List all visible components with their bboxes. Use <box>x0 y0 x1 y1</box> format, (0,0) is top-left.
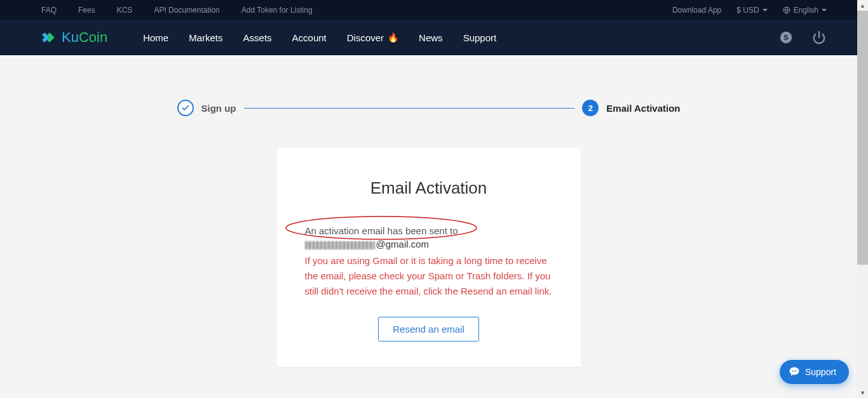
fire-icon: 🔥 <box>388 32 398 43</box>
nav-item-assets[interactable]: Assets <box>243 32 272 43</box>
topbar-link-api[interactable]: API Documentation <box>154 6 219 15</box>
download-app-link[interactable]: Download App <box>672 6 721 15</box>
chat-icon <box>789 366 800 378</box>
top-bar-links: FAQ Fees KCS API Documentation Add Token… <box>41 6 313 15</box>
currency-label: $ USD <box>736 6 759 15</box>
nav-bar: KuCoin Home Markets Assets Account Disco… <box>0 20 868 55</box>
nav-item-discover-label: Discover <box>347 32 384 43</box>
nav-item-news[interactable]: News <box>419 32 443 43</box>
activation-card: Email Activation An activation email has… <box>277 148 581 367</box>
nav-right: S <box>778 30 827 45</box>
step-signup-circle <box>177 100 194 116</box>
step-signup: Sign up <box>177 100 236 116</box>
top-bar-right: Download App $ USD English <box>672 6 827 15</box>
nav-item-discover[interactable]: Discover 🔥 <box>347 32 398 43</box>
step-line <box>244 108 575 109</box>
language-label: English <box>794 6 818 15</box>
warning-text: If you are using Gmail or it is taking a… <box>305 253 553 299</box>
step-activation-circle: 2 <box>582 100 599 116</box>
scrollbar-arrow-down-icon[interactable]: ▼ <box>857 387 868 398</box>
topbar-link-kcs[interactable]: KCS <box>117 6 133 15</box>
globe-icon <box>783 6 790 14</box>
power-icon-button[interactable] <box>811 30 827 45</box>
coin-icon-button[interactable]: S <box>778 30 794 45</box>
step-signup-label: Sign up <box>201 103 236 114</box>
logo[interactable]: KuCoin <box>41 29 107 46</box>
nav-item-account[interactable]: Account <box>292 32 327 43</box>
support-fab-label: Support <box>805 367 836 377</box>
coin-icon: S <box>779 30 793 44</box>
nav-item-home[interactable]: Home <box>143 32 168 43</box>
svg-point-7 <box>794 371 795 372</box>
svg-text:S: S <box>783 34 788 41</box>
logo-icon <box>41 29 58 46</box>
logo-coin: Coin <box>79 29 107 45</box>
content: Sign up 2 Email Activation Email Activat… <box>0 55 857 398</box>
svg-point-1 <box>51 36 53 39</box>
svg-point-6 <box>792 371 793 372</box>
power-icon <box>812 30 826 44</box>
support-fab[interactable]: Support <box>780 360 849 384</box>
chevron-down-icon <box>763 9 768 11</box>
scrollbar-thumb[interactable] <box>857 11 868 265</box>
language-selector[interactable]: English <box>783 6 827 15</box>
email-domain: @gmail.com <box>376 239 430 249</box>
nav-item-markets[interactable]: Markets <box>189 32 222 43</box>
step-activation: 2 Email Activation <box>582 100 680 116</box>
step-activation-label: Email Activation <box>606 103 680 114</box>
steps: Sign up 2 Email Activation <box>177 100 681 116</box>
topbar-link-faq[interactable]: FAQ <box>41 6 57 15</box>
svg-point-8 <box>796 371 797 372</box>
top-bar: FAQ Fees KCS API Documentation Add Token… <box>0 0 868 20</box>
currency-selector[interactable]: $ USD <box>736 6 767 15</box>
topbar-link-fees[interactable]: Fees <box>78 6 95 15</box>
logo-ku: Ku <box>62 29 79 45</box>
email-block: An activation email has been sent to @gm… <box>305 223 553 249</box>
resend-wrap: Resend an email <box>305 317 553 342</box>
email-redacted <box>305 241 375 249</box>
scrollbar-arrow-up-icon[interactable]: ▲ <box>857 0 868 11</box>
nav-links: Home Markets Assets Account Discover 🔥 N… <box>143 32 496 43</box>
logo-text: KuCoin <box>62 29 107 46</box>
nav-item-support[interactable]: Support <box>463 32 497 43</box>
sent-text: An activation email has been sent to <box>305 223 553 239</box>
card-title: Email Activation <box>305 178 553 198</box>
resend-button[interactable]: Resend an email <box>378 317 479 342</box>
check-icon <box>181 103 190 112</box>
topbar-link-add-token[interactable]: Add Token for Listing <box>241 6 313 15</box>
email-address: @gmail.com <box>305 239 553 249</box>
chevron-down-icon <box>822 9 827 11</box>
scrollbar[interactable]: ▲ ▼ <box>857 0 868 398</box>
